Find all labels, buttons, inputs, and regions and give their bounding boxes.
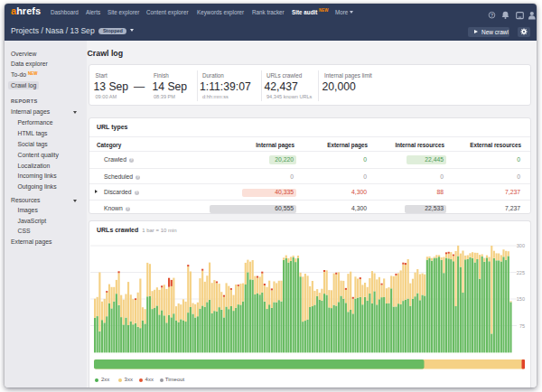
svg-text:?: ? (491, 13, 493, 18)
svg-text:300: 300 (517, 243, 525, 248)
svg-text:225: 225 (517, 270, 525, 275)
svg-text:150: 150 (517, 296, 525, 302)
svg-text:75: 75 (519, 323, 525, 329)
